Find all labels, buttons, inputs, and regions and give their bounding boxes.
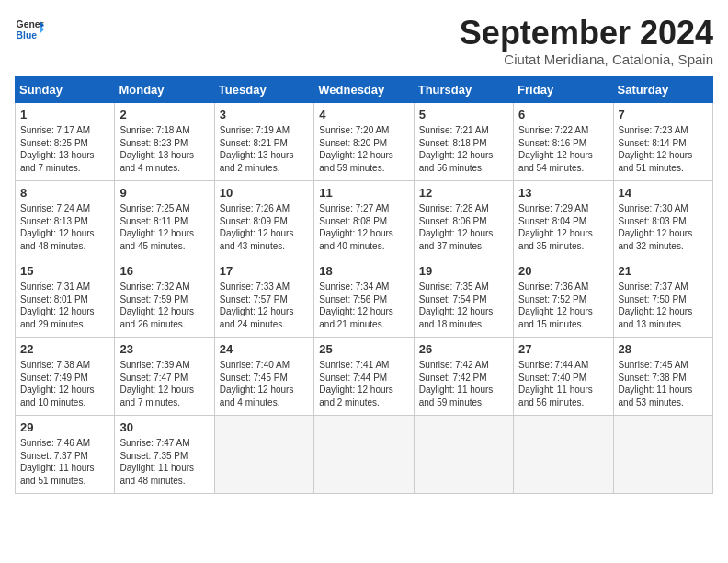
day-info: Sunrise: 7:31 AM Sunset: 8:01 PM Dayligh…	[20, 281, 109, 330]
calendar-cell	[214, 415, 313, 493]
day-info: Sunrise: 7:17 AM Sunset: 8:25 PM Dayligh…	[20, 124, 109, 174]
day-info: Sunrise: 7:30 AM Sunset: 8:03 PM Dayligh…	[619, 202, 708, 252]
day-number: 21	[619, 263, 708, 280]
day-number: 22	[20, 341, 109, 358]
day-number: 12	[419, 185, 508, 201]
day-info: Sunrise: 7:32 AM Sunset: 7:59 PM Dayligh…	[119, 281, 209, 330]
calendar-cell	[613, 415, 712, 493]
calendar-cell: 9Sunrise: 7:25 AM Sunset: 8:11 PM Daylig…	[115, 180, 214, 259]
calendar-cell: 4Sunrise: 7:20 AM Sunset: 8:20 PM Daylig…	[314, 102, 414, 180]
day-number: 30	[119, 419, 209, 436]
day-number: 28	[619, 341, 708, 358]
week-row-0: 1Sunrise: 7:17 AM Sunset: 8:25 PM Daylig…	[16, 102, 713, 180]
day-number: 14	[619, 185, 708, 201]
header-saturday: Saturday	[613, 76, 712, 102]
day-number: 10	[220, 185, 309, 201]
calendar-cell: 29Sunrise: 7:46 AM Sunset: 7:37 PM Dayli…	[16, 415, 115, 493]
calendar-cell: 17Sunrise: 7:33 AM Sunset: 7:57 PM Dayli…	[214, 259, 313, 337]
calendar-cell: 25Sunrise: 7:41 AM Sunset: 7:44 PM Dayli…	[314, 337, 414, 415]
title-section: September 2024 Ciutat Meridiana, Catalon…	[460, 15, 713, 67]
calendar-cell	[314, 415, 414, 493]
logo-icon: General Blue	[15, 15, 44, 44]
day-info: Sunrise: 7:26 AM Sunset: 8:09 PM Dayligh…	[220, 202, 309, 252]
calendar-cell: 12Sunrise: 7:28 AM Sunset: 8:06 PM Dayli…	[414, 180, 513, 259]
day-number: 13	[518, 185, 608, 201]
day-info: Sunrise: 7:21 AM Sunset: 8:18 PM Dayligh…	[419, 124, 508, 174]
calendar-cell: 3Sunrise: 7:19 AM Sunset: 8:21 PM Daylig…	[214, 102, 313, 180]
header-tuesday: Tuesday	[214, 76, 313, 102]
day-info: Sunrise: 7:39 AM Sunset: 7:47 PM Dayligh…	[119, 359, 209, 408]
day-number: 16	[119, 263, 209, 280]
calendar-cell: 22Sunrise: 7:38 AM Sunset: 7:49 PM Dayli…	[16, 337, 115, 415]
day-info: Sunrise: 7:29 AM Sunset: 8:04 PM Dayligh…	[518, 202, 608, 252]
week-row-1: 8Sunrise: 7:24 AM Sunset: 8:13 PM Daylig…	[16, 180, 713, 259]
calendar-cell: 7Sunrise: 7:23 AM Sunset: 8:14 PM Daylig…	[613, 102, 712, 180]
day-info: Sunrise: 7:27 AM Sunset: 8:08 PM Dayligh…	[319, 202, 408, 252]
day-info: Sunrise: 7:46 AM Sunset: 7:37 PM Dayligh…	[20, 437, 109, 487]
day-number: 1	[20, 107, 109, 123]
day-number: 27	[518, 341, 608, 358]
day-info: Sunrise: 7:44 AM Sunset: 7:40 PM Dayligh…	[518, 359, 608, 408]
calendar-cell: 24Sunrise: 7:40 AM Sunset: 7:45 PM Dayli…	[214, 337, 313, 415]
calendar-header-row: SundayMondayTuesdayWednesdayThursdayFrid…	[16, 76, 713, 102]
day-number: 5	[419, 107, 508, 123]
header-sunday: Sunday	[16, 76, 115, 102]
header-friday: Friday	[514, 76, 613, 102]
calendar-cell: 10Sunrise: 7:26 AM Sunset: 8:09 PM Dayli…	[214, 180, 313, 259]
calendar-cell: 14Sunrise: 7:30 AM Sunset: 8:03 PM Dayli…	[613, 180, 712, 259]
day-number: 9	[119, 185, 209, 201]
calendar-cell	[414, 415, 513, 493]
calendar-cell: 5Sunrise: 7:21 AM Sunset: 8:18 PM Daylig…	[414, 102, 513, 180]
day-info: Sunrise: 7:23 AM Sunset: 8:14 PM Dayligh…	[619, 124, 708, 174]
header-monday: Monday	[115, 76, 214, 102]
week-row-2: 15Sunrise: 7:31 AM Sunset: 8:01 PM Dayli…	[16, 259, 713, 337]
calendar-cell: 16Sunrise: 7:32 AM Sunset: 7:59 PM Dayli…	[115, 259, 214, 337]
day-number: 24	[220, 341, 309, 358]
week-row-4: 29Sunrise: 7:46 AM Sunset: 7:37 PM Dayli…	[16, 415, 713, 493]
calendar-cell: 11Sunrise: 7:27 AM Sunset: 8:08 PM Dayli…	[314, 180, 414, 259]
calendar-cell: 1Sunrise: 7:17 AM Sunset: 8:25 PM Daylig…	[16, 102, 115, 180]
calendar-cell: 27Sunrise: 7:44 AM Sunset: 7:40 PM Dayli…	[514, 337, 613, 415]
day-info: Sunrise: 7:25 AM Sunset: 8:11 PM Dayligh…	[119, 202, 209, 252]
day-number: 6	[518, 107, 608, 123]
day-info: Sunrise: 7:28 AM Sunset: 8:06 PM Dayligh…	[419, 202, 508, 252]
day-info: Sunrise: 7:47 AM Sunset: 7:35 PM Dayligh…	[119, 437, 209, 487]
day-number: 20	[518, 263, 608, 280]
day-number: 2	[119, 107, 209, 123]
calendar-table: SundayMondayTuesdayWednesdayThursdayFrid…	[15, 76, 713, 494]
calendar-cell: 20Sunrise: 7:36 AM Sunset: 7:52 PM Dayli…	[514, 259, 613, 337]
day-number: 4	[319, 107, 408, 123]
day-info: Sunrise: 7:36 AM Sunset: 7:52 PM Dayligh…	[518, 281, 608, 330]
month-title: September 2024	[460, 15, 713, 52]
location-subtitle: Ciutat Meridiana, Catalonia, Spain	[460, 52, 713, 67]
calendar-cell: 15Sunrise: 7:31 AM Sunset: 8:01 PM Dayli…	[16, 259, 115, 337]
calendar-cell: 13Sunrise: 7:29 AM Sunset: 8:04 PM Dayli…	[514, 180, 613, 259]
page-header: General Blue September 2024 Ciutat Merid…	[15, 15, 713, 67]
day-info: Sunrise: 7:41 AM Sunset: 7:44 PM Dayligh…	[319, 359, 408, 408]
calendar-cell: 18Sunrise: 7:34 AM Sunset: 7:56 PM Dayli…	[314, 259, 414, 337]
calendar-cell: 23Sunrise: 7:39 AM Sunset: 7:47 PM Dayli…	[115, 337, 214, 415]
day-info: Sunrise: 7:37 AM Sunset: 7:50 PM Dayligh…	[619, 281, 708, 330]
calendar-cell: 28Sunrise: 7:45 AM Sunset: 7:38 PM Dayli…	[613, 337, 712, 415]
day-info: Sunrise: 7:24 AM Sunset: 8:13 PM Dayligh…	[20, 202, 109, 252]
day-info: Sunrise: 7:38 AM Sunset: 7:49 PM Dayligh…	[20, 359, 109, 408]
day-info: Sunrise: 7:18 AM Sunset: 8:23 PM Dayligh…	[119, 124, 209, 174]
day-number: 3	[220, 107, 309, 123]
day-info: Sunrise: 7:34 AM Sunset: 7:56 PM Dayligh…	[319, 281, 408, 330]
day-info: Sunrise: 7:45 AM Sunset: 7:38 PM Dayligh…	[619, 359, 708, 408]
day-info: Sunrise: 7:19 AM Sunset: 8:21 PM Dayligh…	[220, 124, 309, 174]
header-wednesday: Wednesday	[314, 76, 414, 102]
calendar-cell: 19Sunrise: 7:35 AM Sunset: 7:54 PM Dayli…	[414, 259, 513, 337]
day-number: 11	[319, 185, 408, 201]
day-number: 17	[220, 263, 309, 280]
week-row-3: 22Sunrise: 7:38 AM Sunset: 7:49 PM Dayli…	[16, 337, 713, 415]
day-number: 29	[20, 419, 109, 436]
calendar-cell: 30Sunrise: 7:47 AM Sunset: 7:35 PM Dayli…	[115, 415, 214, 493]
day-number: 15	[20, 263, 109, 280]
calendar-cell	[514, 415, 613, 493]
day-info: Sunrise: 7:20 AM Sunset: 8:20 PM Dayligh…	[319, 124, 408, 174]
day-number: 26	[419, 341, 508, 358]
calendar-cell: 6Sunrise: 7:22 AM Sunset: 8:16 PM Daylig…	[514, 102, 613, 180]
calendar-cell: 26Sunrise: 7:42 AM Sunset: 7:42 PM Dayli…	[414, 337, 513, 415]
day-info: Sunrise: 7:35 AM Sunset: 7:54 PM Dayligh…	[419, 281, 508, 330]
